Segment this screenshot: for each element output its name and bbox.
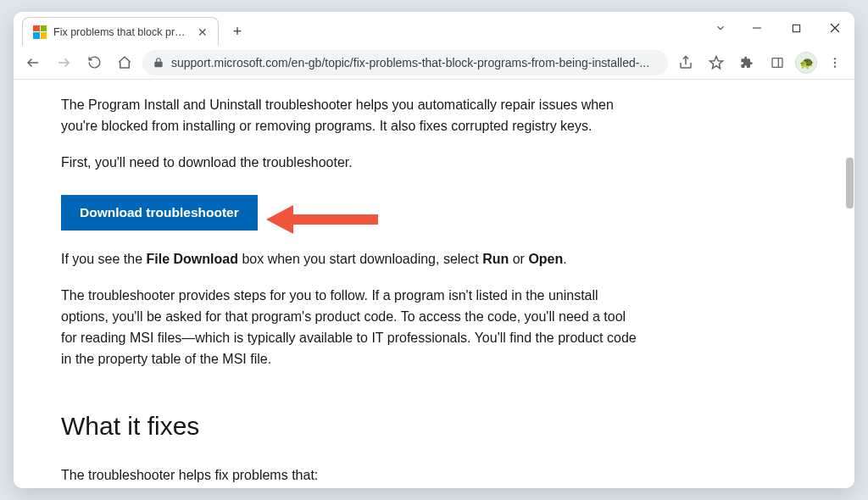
page-scroll-area[interactable]: The Program Install and Uninstall troubl…	[14, 80, 854, 488]
kebab-menu-icon[interactable]	[822, 50, 848, 75]
avatar-icon: 🐢	[799, 56, 814, 69]
side-panel-icon[interactable]	[765, 50, 790, 75]
home-button[interactable]	[112, 50, 137, 75]
svg-point-12	[834, 65, 836, 67]
title-bar: Fix problems that block program ✕ +	[14, 12, 854, 46]
browser-toolbar: support.microsoft.com/en-gb/topic/fix-pr…	[14, 46, 854, 80]
window-controls	[704, 12, 854, 44]
page-viewport: The Program Install and Uninstall troubl…	[14, 80, 854, 488]
reload-button[interactable]	[81, 50, 107, 75]
article-content: The Program Install and Uninstall troubl…	[14, 80, 854, 488]
forward-button	[51, 50, 76, 75]
download-troubleshooter-button[interactable]: Download troubleshooter	[61, 195, 258, 231]
address-bar[interactable]: support.microsoft.com/en-gb/topic/fix-pr…	[142, 50, 668, 75]
intro-paragraph-2: First, you'll need to download the troub…	[61, 153, 637, 174]
browser-tab[interactable]: Fix problems that block program ✕	[22, 17, 219, 46]
browser-window: Fix problems that block program ✕ +	[14, 12, 854, 488]
tab-strip: Fix problems that block program ✕ +	[14, 12, 249, 46]
what-it-fixes-heading: What it fixes	[61, 407, 753, 447]
profile-avatar[interactable]: 🐢	[795, 52, 817, 74]
svg-rect-1	[793, 25, 799, 31]
svg-marker-7	[710, 56, 723, 68]
share-icon[interactable]	[673, 50, 698, 75]
svg-rect-8	[772, 58, 782, 67]
troubleshooter-details-paragraph: The troubleshooter provides steps for yo…	[61, 286, 637, 369]
tab-title: Fix problems that block program	[53, 26, 189, 38]
scrollbar-thumb[interactable]	[846, 158, 854, 208]
window-minimize-button[interactable]	[737, 12, 776, 44]
fixes-intro-paragraph: The troubleshooter helps fix problems th…	[61, 465, 637, 486]
bookmark-star-icon[interactable]	[704, 50, 729, 75]
microsoft-favicon-icon	[33, 25, 47, 39]
back-button[interactable]	[20, 50, 46, 75]
intro-paragraph-1: The Program Install and Uninstall troubl…	[61, 95, 637, 137]
new-tab-button[interactable]: +	[225, 19, 249, 43]
extensions-icon[interactable]	[734, 50, 760, 75]
svg-point-11	[834, 61, 836, 63]
lock-icon	[153, 57, 164, 69]
svg-point-10	[834, 58, 836, 59]
window-maximize-button[interactable]	[776, 12, 815, 44]
address-bar-url: support.microsoft.com/en-gb/topic/fix-pr…	[171, 56, 658, 69]
window-close-button[interactable]	[815, 12, 854, 44]
file-download-paragraph: If you see the File Download box when yo…	[61, 249, 637, 270]
tab-close-icon[interactable]: ✕	[196, 24, 209, 41]
chevron-down-icon[interactable]	[704, 12, 737, 44]
